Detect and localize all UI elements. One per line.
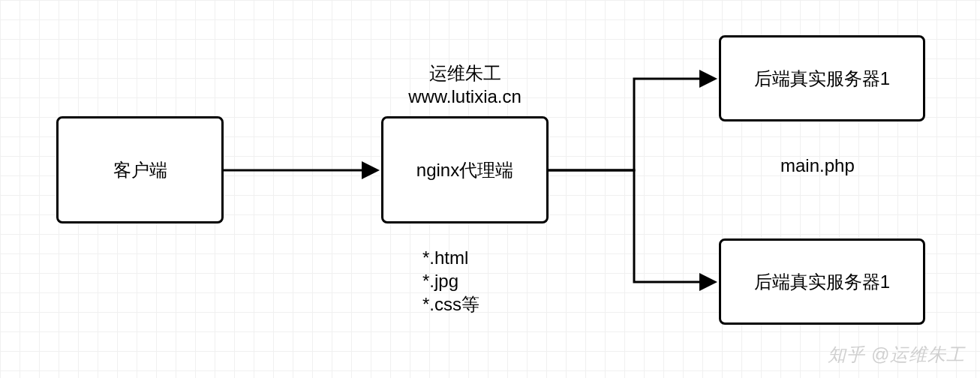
proxy-bottom-label: *.html *.jpg *.css等 (422, 246, 479, 316)
proxy-bottom-line1: *.html (422, 246, 479, 269)
arrow-proxy-backend1 (549, 79, 713, 170)
backend1-label: 后端真实服务器1 (754, 67, 890, 91)
client-node: 客户端 (56, 116, 224, 224)
proxy-top-line2: www.lutixia.cn (381, 85, 549, 108)
client-label: 客户端 (113, 158, 167, 182)
proxy-top-label: 运维朱工 www.lutixia.cn (381, 62, 549, 108)
proxy-bottom-line3: *.css等 (422, 292, 479, 316)
proxy-bottom-line2: *.jpg (422, 269, 479, 292)
middle-label: main.php (780, 154, 855, 177)
proxy-label: nginx代理端 (416, 158, 513, 182)
proxy-top-line1: 运维朱工 (381, 62, 549, 85)
arrow-proxy-backend2 (549, 170, 713, 282)
watermark: 知乎 @运维朱工 (828, 343, 965, 367)
proxy-node: nginx代理端 (381, 116, 549, 224)
backend2-label: 后端真实服务器1 (754, 270, 890, 294)
backend1-node: 后端真实服务器1 (719, 35, 925, 122)
backend2-node: 后端真实服务器1 (719, 238, 925, 325)
